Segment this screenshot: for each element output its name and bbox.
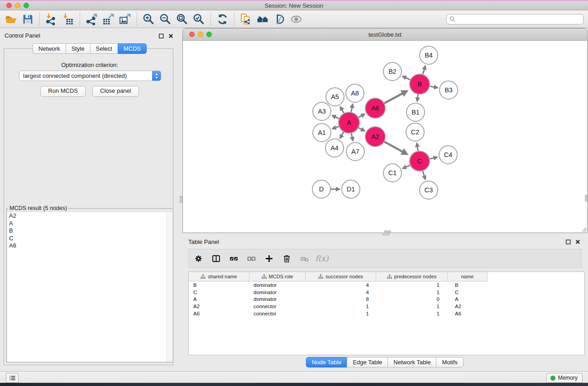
column-header-successor-nodes[interactable]: successor nodes [306,272,376,281]
table-cell[interactable]: dominator [249,296,306,302]
table-cell[interactable]: A6 [448,311,488,316]
table-cell[interactable]: 1 [376,290,448,295]
table-cell[interactable]: dominator [249,282,306,288]
search-box[interactable] [446,14,583,24]
graph-node-C3[interactable]: C3 [420,181,438,199]
graph-edge-B-B1[interactable] [417,95,418,101]
table-close-panel-icon[interactable] [574,238,581,245]
table-cell[interactable]: 4 [306,282,376,288]
function-builder-button[interactable]: f(x) [317,253,327,264]
table-cell[interactable]: A [189,296,249,302]
table-cell[interactable]: 8 [306,296,376,302]
search-input[interactable] [457,15,583,23]
export-network-button[interactable] [83,11,100,27]
graph-edge-C-C1[interactable] [403,165,410,168]
table-row[interactable]: Cdominator41C [189,289,584,296]
mcds-result-item[interactable]: B [7,227,172,235]
graph-node-B1[interactable]: B1 [406,103,425,121]
table-cell[interactable]: C [448,290,488,295]
deselect-all-rows-button[interactable] [246,253,256,264]
graph-edge-A-A7[interactable] [351,133,353,140]
graph-node-B3[interactable]: B3 [440,81,458,99]
table-cell[interactable]: A6 [189,311,249,316]
graph-edge-C-C4[interactable] [430,157,437,159]
graph-node-C1[interactable]: C1 [383,164,402,182]
column-header-name[interactable]: name [448,272,488,281]
graph-node-A5[interactable]: A5 [326,88,344,106]
table-cell[interactable]: C [189,290,249,295]
export-image-button[interactable] [117,11,134,27]
tab-mcds[interactable]: MCDS [118,43,147,54]
float-panel-icon[interactable] [158,33,164,39]
graph-node-A8[interactable]: A8 [346,84,364,102]
resize-grip-icon[interactable] [580,226,587,232]
table-cell[interactable]: 1 [306,311,376,316]
graph-node-D[interactable]: D [312,180,330,198]
graph-edge-A-A1[interactable] [333,126,339,129]
table-cell[interactable]: dominator [249,290,306,295]
hide-graphics-details-button[interactable] [271,11,288,27]
table-cell[interactable]: 1 [306,304,376,309]
export-table-button[interactable] [100,11,117,27]
graph-edge-A-A2[interactable] [359,128,364,131]
column-header-shared-name[interactable]: shared name [189,272,249,281]
graph-node-A6[interactable]: A6 [365,98,385,118]
mcds-result-item[interactable]: A2 [7,212,172,220]
table-cell[interactable]: 1 [376,304,448,309]
table-cell[interactable]: connector [249,311,306,316]
table-cell[interactable]: B [448,282,488,288]
graph-node-A1[interactable]: A1 [313,124,331,142]
graph-edge-B-B4[interactable] [423,66,425,74]
graph-node-A3[interactable]: A3 [313,102,331,120]
graph-node-A4[interactable]: A4 [325,139,344,157]
import-network-button[interactable] [43,11,60,27]
graph-edge-A-A5[interactable] [340,107,344,113]
table-cell[interactable]: connector [249,304,306,309]
tab-style[interactable]: Style [66,43,91,54]
tab-select[interactable]: Select [90,43,118,54]
graph-node-B2[interactable]: B2 [383,62,402,81]
graph-edge-A6-B[interactable] [384,91,407,103]
graph-node-C[interactable]: C [410,151,430,171]
graph-node-A[interactable]: A [339,112,359,133]
mcds-result-list[interactable]: A2ABCA6 [7,212,172,362]
table-row[interactable]: A2connector11A2 [189,303,584,310]
table-settings-button[interactable] [193,253,203,264]
mcds-result-item[interactable]: A6 [7,242,172,250]
open-session-button[interactable] [3,11,19,27]
network-vertical-scroll-thumb[interactable] [585,195,587,202]
graph-edge-C-C2[interactable] [417,143,418,151]
task-history-button[interactable] [6,373,19,383]
splitpane-grip-left[interactable] [180,196,182,203]
graph-edge-A2-C[interactable] [384,142,407,154]
zoom-out-button[interactable] [157,11,174,27]
table-cell[interactable]: 1 [376,311,448,316]
select-all-rows-button[interactable] [229,253,239,264]
graph-node-C4[interactable]: C4 [439,146,457,164]
table-tab-network-table[interactable]: Network Table [387,357,436,367]
close-panel-button[interactable]: Close panel [92,86,139,97]
save-session-button[interactable] [19,11,36,27]
import-table-button[interactable] [60,11,76,27]
mcds-result-scrollbar[interactable] [166,212,172,362]
graph-edge-A-A8[interactable] [351,105,353,112]
network-canvas[interactable]: B4B2BB3A8A5A6A3B1AA1C2A2A4A7C4CC1C3DD1 [183,41,587,233]
table-cell[interactable]: B [189,282,249,288]
add-column-button[interactable] [264,253,274,264]
show-graphics-details-button[interactable] [288,11,305,27]
graph-edge-A-A3[interactable] [332,116,339,119]
column-header-predecessor-nodes[interactable]: predecessor nodes [376,272,448,281]
table-cell[interactable]: 0 [376,296,448,302]
table-cell[interactable]: 1 [376,282,448,288]
table-cell[interactable]: 4 [306,290,376,295]
run-mcds-button[interactable]: Run MCDS [40,86,86,97]
graph-edge-C-C3[interactable] [423,171,425,179]
network-window-titlebar[interactable]: testGlobe.txt [183,29,587,41]
table-tab-motifs[interactable]: Motifs [436,357,464,367]
criterion-dropdown[interactable]: largest connected component (directed) [19,71,161,81]
table-cell[interactable]: A [448,296,488,302]
refresh-button[interactable] [214,11,231,27]
table-row[interactable]: A6connector11A6 [189,310,584,317]
graph-edge-B-B2[interactable] [403,76,411,80]
graph-node-A2[interactable]: A2 [365,127,385,147]
